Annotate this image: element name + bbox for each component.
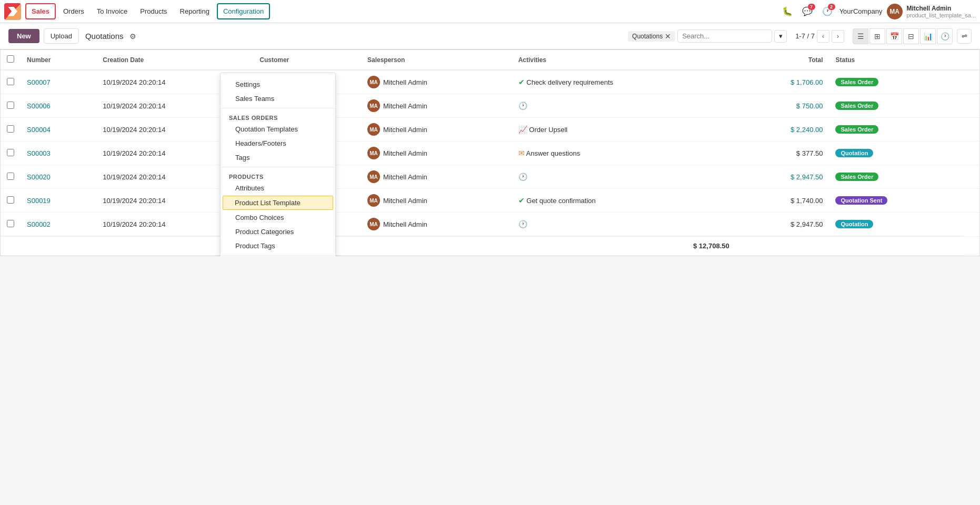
menu-product-categories[interactable]: Product Categories — [221, 225, 335, 239]
total-amount: $ 750.00 — [796, 102, 823, 110]
user-avatar[interactable]: MA — [887, 4, 903, 19]
col-total[interactable]: Total — [736, 50, 829, 70]
order-number-link[interactable]: S00019 — [27, 197, 51, 205]
main-content: Number Creation Date Customer Salesperso… — [0, 49, 980, 256]
order-number-link[interactable]: S00006 — [27, 102, 51, 110]
menu-product-tags[interactable]: Product Tags — [221, 239, 335, 253]
column-settings-button[interactable]: ⇌ — [957, 29, 972, 44]
row-checkbox[interactable] — [7, 196, 14, 204]
row-checkbox[interactable] — [7, 220, 14, 227]
activity-cell: 🕐 — [512, 94, 736, 118]
company-name[interactable]: YourCompany — [839, 7, 883, 15]
salesperson-avatar: MA — [367, 123, 380, 136]
new-button[interactable]: New — [8, 29, 39, 43]
row-checkbox[interactable] — [7, 149, 14, 156]
menu-tags[interactable]: Tags — [221, 150, 335, 165]
nav-configuration[interactable]: Configuration — [217, 3, 270, 19]
search-dropdown-button[interactable]: ▾ — [774, 30, 787, 43]
search-input[interactable] — [677, 29, 772, 43]
user-info[interactable]: Mitchell Admin product_list_template_sa.… — [907, 5, 976, 18]
salesperson-avatar: MA — [367, 170, 380, 183]
col-number[interactable]: Number — [21, 50, 96, 70]
search-area: Quotations ✕ ▾ — [628, 29, 787, 43]
total-cell: $ 377.50 — [736, 142, 829, 165]
view-calendar-button[interactable]: 📅 — [886, 28, 902, 44]
col-customer[interactable]: Customer — [253, 50, 361, 70]
total-cell: $ 2,947.50 — [736, 165, 829, 189]
table-row[interactable]: S00002 10/19/2024 20:20:14 Ready Mat MA … — [1, 213, 979, 237]
view-activity-button[interactable]: 🕐 — [937, 28, 953, 44]
salesperson-cell: MA Mitchell Admin — [361, 94, 512, 118]
view-chart-button[interactable]: 📊 — [920, 28, 936, 44]
col-salesperson[interactable]: Salesperson — [361, 50, 512, 70]
pagination-next[interactable]: › — [832, 30, 844, 43]
row-checkbox[interactable] — [7, 102, 14, 109]
select-all-checkbox[interactable] — [7, 55, 14, 63]
nav-to-invoice[interactable]: To Invoice — [92, 4, 133, 18]
upload-button[interactable]: Upload — [44, 28, 79, 44]
table-row[interactable]: S00003 10/19/2024 20:20:14 Ready Mat MA … — [1, 142, 979, 165]
view-buttons: ☰ ⊞ 📅 ⊟ 📊 🕐 — [853, 28, 953, 44]
row-checkbox[interactable] — [7, 78, 14, 85]
view-kanban-button[interactable]: ⊞ — [869, 28, 885, 44]
table-row[interactable]: S00007 10/19/2024 20:20:14 Gemini Furni … — [1, 70, 979, 94]
settings-gear-icon[interactable]: ⚙ — [129, 32, 136, 41]
order-number-link[interactable]: S00020 — [27, 173, 51, 181]
total-amount: $ 1,706.00 — [791, 78, 823, 86]
menu-quotation-templates[interactable]: Quotation Templates — [221, 122, 335, 136]
app-logo[interactable] — [4, 3, 21, 20]
salesperson-avatar: MA — [367, 76, 380, 88]
col-status[interactable]: Status — [829, 50, 964, 70]
row-checkbox[interactable] — [7, 173, 14, 180]
nav-reporting[interactable]: Reporting — [175, 4, 215, 18]
view-list-button[interactable]: ☰ — [853, 28, 868, 44]
order-number-link[interactable]: S00007 — [27, 78, 51, 86]
activity-check-icon: ✔ — [518, 196, 525, 205]
search-tag-close[interactable]: ✕ — [665, 32, 671, 41]
total-cell: $ 1,740.00 — [736, 189, 829, 213]
topnav: Sales Orders To Invoice Products Reporti… — [0, 0, 980, 23]
salesperson-name: Mitchell Admin — [383, 197, 427, 205]
menu-settings[interactable]: Settings — [221, 77, 335, 92]
row-checkbox[interactable] — [7, 125, 14, 133]
debug-icon[interactable]: 🐛 — [779, 4, 795, 19]
salesperson-avatar: MA — [367, 147, 380, 159]
menu-attributes[interactable]: Attributes — [221, 181, 335, 195]
order-number-link[interactable]: S00002 — [27, 220, 51, 228]
activities-icon[interactable]: 🕐 2 — [819, 4, 835, 19]
messages-icon[interactable]: 💬 7 — [799, 4, 815, 19]
pagination-text: 1-7 / 7 — [795, 32, 815, 40]
col-creation-date[interactable]: Creation Date — [96, 50, 253, 70]
status-cell: Sales Order — [829, 118, 964, 142]
col-activities[interactable]: Activities — [512, 50, 736, 70]
activities-badge: 2 — [828, 4, 835, 10]
toolbar: New Upload Quotations ⚙ Quotations ✕ ▾ 1… — [0, 23, 980, 49]
nav-products[interactable]: Products — [135, 4, 172, 18]
status-badge: Sales Order — [835, 173, 878, 181]
nav-orders[interactable]: Orders — [58, 4, 89, 18]
configuration-dropdown: Settings Sales Teams Sales Orders Quotat… — [220, 73, 336, 256]
menu-section-products: Products — [221, 169, 335, 181]
menu-sales-teams[interactable]: Sales Teams — [221, 92, 335, 106]
activity-cell: ✉ Answer questions — [512, 142, 736, 165]
activity-clock-icon: 🕐 — [518, 173, 527, 181]
salesperson-name: Mitchell Admin — [383, 126, 427, 134]
status-badge: Sales Order — [835, 125, 878, 134]
salesperson-avatar: MA — [367, 99, 380, 112]
salesperson-cell: MA Mitchell Admin — [361, 189, 512, 213]
menu-headers-footers[interactable]: Headers/Footers — [221, 136, 335, 150]
menu-combo-choices[interactable]: Combo Choices — [221, 210, 335, 225]
salesperson-avatar: MA — [367, 218, 380, 230]
nav-sales[interactable]: Sales — [25, 3, 56, 19]
pagination-prev[interactable]: ‹ — [817, 30, 829, 43]
table-row[interactable]: S00006 10/19/2024 20:20:14 Lumber Inc MA… — [1, 94, 979, 118]
activity-label: Check delivery requirements — [526, 78, 613, 86]
order-number-link[interactable]: S00003 — [27, 149, 51, 157]
view-pivot-button[interactable]: ⊟ — [903, 28, 919, 44]
table-row[interactable]: S00004 10/19/2024 20:20:14 Gemini Furni … — [1, 118, 979, 142]
order-number-link[interactable]: S00004 — [27, 126, 51, 134]
status-cell: Sales Order — [829, 165, 964, 189]
table-row[interactable]: S00019 10/19/2024 20:20:14 YourCompar MA… — [1, 189, 979, 213]
menu-product-list-template[interactable]: Product List Template — [223, 196, 333, 210]
table-row[interactable]: S00020 10/19/2024 20:20:14 YourCompar MA… — [1, 165, 979, 189]
